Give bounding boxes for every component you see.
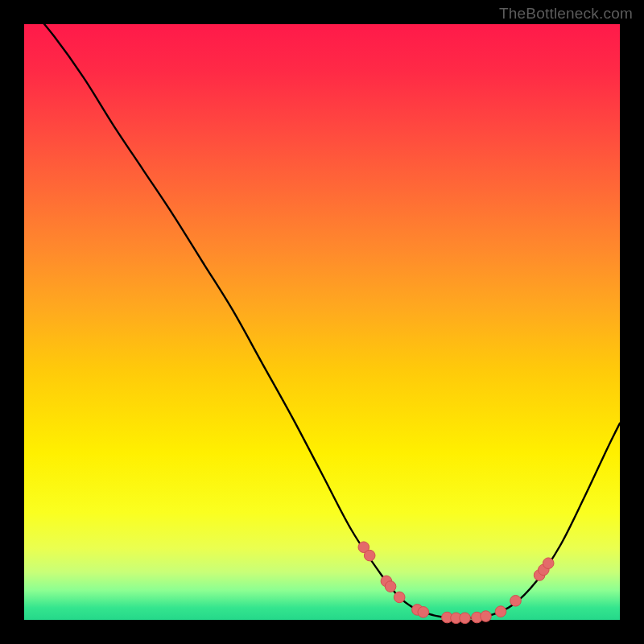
chart-marker — [418, 607, 429, 618]
chart-marker — [385, 581, 396, 592]
chart-marker — [364, 550, 375, 561]
chart-marker — [543, 558, 554, 569]
watermark-text: TheBottleneck.com — [499, 5, 633, 23]
chart-marker — [460, 613, 471, 624]
chart-marker — [510, 596, 522, 607]
chart-plot-area — [24, 24, 620, 620]
chart-svg — [24, 24, 620, 620]
chart-marker — [394, 592, 405, 603]
chart-marker — [495, 606, 506, 617]
bottleneck-curve — [24, 0, 620, 617]
chart-markers — [358, 542, 554, 624]
chart-marker — [481, 611, 492, 622]
